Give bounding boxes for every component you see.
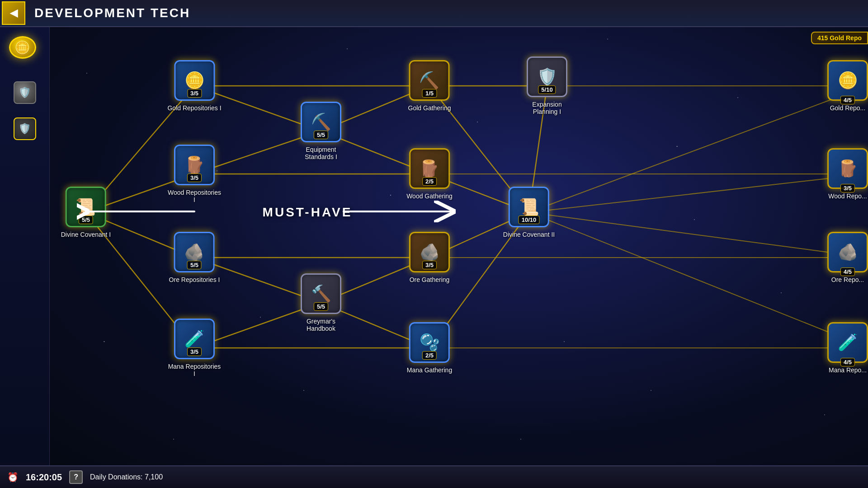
node-wood-gathering[interactable]: 🪵 2/5 Wood Gathering (406, 148, 453, 200)
sidebar-item-2[interactable]: 🛡️ (14, 117, 36, 140)
page-title: DEVELOPMENT TECH (34, 6, 190, 20)
svg-line-22 (529, 86, 868, 212)
node-mana-repo-1[interactable]: 🧪 3/5 Mana Repositories I (167, 319, 222, 377)
mana-repo-1-label: Mana Repositories I (167, 363, 222, 377)
mana-gathering-label: Mana Gathering (407, 366, 452, 374)
node-expansion-planning-1[interactable]: 🛡️ 5/10 Expansion Planning I (520, 56, 574, 115)
arrow-right-container (335, 198, 461, 227)
divine-covenant-1-label: Divine Covenant I (61, 231, 111, 238)
top-right-resource: 415 Gold Repo (811, 32, 868, 44)
wood-repo-1-icon: 🪵 3/5 (174, 145, 215, 185)
greymars-handbook-badge: 5/5 (314, 302, 328, 311)
greymars-handbook-label: Greymar's Handbook (294, 318, 348, 332)
back-button[interactable]: ◀ (2, 1, 25, 25)
mana-repo-2-label: Mana Repo... (829, 366, 867, 374)
node-ore-gathering[interactable]: 🪨 3/5 Ore Gathering (409, 232, 450, 283)
shield-icon: 🛡️ (19, 87, 31, 99)
svg-line-25 (529, 212, 868, 348)
main-content: 🪙 3/5 Gold Repositories I 🪵 3/5 Wood Rep… (50, 27, 868, 488)
expansion-planning-1-icon: 🛡️ 5/10 (527, 56, 567, 97)
sidebar-item-1[interactable]: 🛡️ (14, 81, 36, 104)
wood-repo-2-icon: 🪵 (827, 148, 868, 189)
node-ore-repo-2-partial[interactable]: 🪨 4/5 Ore Repo... (827, 232, 868, 283)
equipment-standards-1-icon: ⛏️ 5/5 (301, 102, 341, 142)
node-greymars-handbook[interactable]: 🔨 5/5 Greymar's Handbook (294, 273, 348, 332)
ore-gathering-badge: 3/5 (422, 261, 437, 269)
divine-covenant-2-icon: 📜 10/10 (509, 187, 549, 227)
sidebar: 🪙 🛡️ 🛡️ (0, 27, 50, 488)
ore-repo-1-label: Ore Repositories I (169, 276, 220, 283)
arrow-left-container (77, 198, 203, 227)
mana-repo-1-icon: 🧪 3/5 (174, 319, 215, 359)
shield-2-icon: 🛡️ (19, 123, 31, 135)
gold-repo-1-label: Gold Repositories I (167, 104, 221, 112)
ore-repo-2-icon: 🪨 (827, 232, 868, 272)
wood-repo-1-badge: 3/5 (187, 174, 202, 182)
node-mana-repo-2-partial[interactable]: 🧪 4/5 Mana Repo... (827, 322, 868, 374)
svg-line-23 (529, 174, 868, 212)
mana-repo-1-badge: 3/5 (187, 347, 202, 356)
gold-repo-1-badge: 3/5 (187, 89, 202, 98)
expansion-planning-1-label: Expansion Planning I (520, 101, 574, 115)
wood-gathering-icon: 🪵 2/5 (409, 148, 450, 189)
node-equipment-standards-1[interactable]: ⛏️ 5/5 Equipment Standards I (294, 102, 348, 160)
svg-line-24 (529, 212, 868, 258)
node-gold-repo-1[interactable]: 🪙 3/5 Gold Repositories I (167, 60, 221, 112)
gold-repo-2-icon: 🪙 (827, 60, 868, 101)
ore-repo-2-label: Ore Repo... (831, 276, 864, 283)
resource-badge: 415 Gold Repo (811, 32, 868, 44)
gold-gathering-badge: 1/5 (422, 89, 437, 98)
arrow-right-svg (335, 198, 461, 225)
node-mana-gathering[interactable]: 🫧 2/5 Mana Gathering (407, 322, 452, 374)
ore-repo-1-badge: 5/5 (187, 261, 202, 269)
coin-stack-icon: 🪙 (9, 36, 36, 59)
ore-gathering-label: Ore Gathering (410, 276, 450, 283)
timer-icon: ⏰ (7, 472, 19, 483)
gold-gathering-icon: ⛏️ 1/5 (409, 60, 450, 101)
mana-repo-2-icon: 🧪 (827, 322, 868, 363)
bottom-bar: ⏰ 16:20:05 ? Daily Donations: 7,100 (0, 465, 868, 488)
greymars-handbook-icon: 🔨 5/5 (301, 273, 341, 314)
wood-repo-2-badge: 3/5 (840, 184, 855, 192)
gold-repo-2-label: Gold Repo... (830, 104, 866, 112)
mana-gathering-icon: 🫧 2/5 (409, 322, 450, 363)
divine-covenant-2-label: Divine Covenant II (503, 231, 555, 238)
header: ◀ DEVELOPMENT TECH (0, 0, 868, 27)
mana-repo-2-badge: 4/5 (840, 358, 855, 366)
expansion-planning-1-badge: 5/10 (538, 85, 556, 94)
node-divine-covenant-2[interactable]: 📜 10/10 Divine Covenant II (503, 187, 555, 238)
ore-repo-2-badge: 4/5 (840, 267, 855, 276)
arrow-left-svg (77, 198, 203, 225)
node-gold-gathering[interactable]: ⛏️ 1/5 Gold Gathering (408, 60, 451, 112)
gold-gathering-label: Gold Gathering (408, 104, 451, 112)
node-gold-repo-2-partial[interactable]: 🪙 4/5 Gold Repo... (827, 60, 868, 112)
gold-repo-2-badge: 4/5 (840, 96, 855, 104)
help-button[interactable]: ? (69, 470, 83, 484)
sidebar-coin-resource: 🪙 (9, 36, 41, 68)
wood-repo-2-label: Wood Repo... (828, 192, 867, 200)
ore-repo-1-icon: 🪨 5/5 (174, 232, 215, 272)
gold-repo-1-icon: 🪙 3/5 (174, 60, 215, 101)
mana-gathering-badge: 2/5 (422, 351, 437, 360)
node-wood-repo-1[interactable]: 🪵 3/5 Wood Repositories I (167, 145, 222, 203)
equipment-standards-1-label: Equipment Standards I (294, 146, 348, 160)
node-ore-repo-1[interactable]: 🪨 5/5 Ore Repositories I (169, 232, 220, 283)
donations-text: Daily Donations: 7,100 (90, 473, 163, 481)
timer-display: 16:20:05 (26, 472, 62, 483)
node-wood-repo-2-partial[interactable]: 🪵 3/5 Wood Repo... (827, 148, 868, 200)
ore-gathering-icon: 🪨 3/5 (409, 232, 450, 272)
divine-covenant-2-badge: 10/10 (519, 216, 540, 224)
equipment-standards-1-badge: 5/5 (314, 131, 328, 139)
wood-gathering-badge: 2/5 (422, 177, 437, 186)
